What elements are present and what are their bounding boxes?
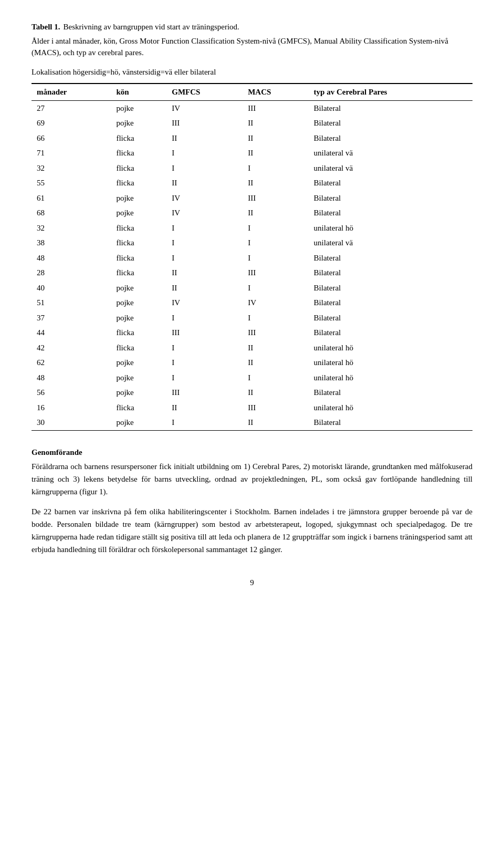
table-cell: 16 <box>32 400 111 415</box>
table-col-header: GMFCS <box>166 84 243 100</box>
table-row: 66flickaIIIIBilateral <box>32 131 472 146</box>
table-cell: flicka <box>111 340 166 356</box>
table-col-header: kön <box>111 84 166 100</box>
genomforande-paragraph: Föräldrarna och barnens resurspersoner f… <box>32 460 472 498</box>
table-cell: III <box>243 265 308 280</box>
table-cell: 30 <box>32 415 111 430</box>
table-cell: I <box>243 310 308 326</box>
table-cell: I <box>243 280 308 296</box>
table-cell: I <box>166 146 243 161</box>
table-cell: II <box>166 280 243 296</box>
table-row: 56pojkeIIIIIBilateral <box>32 385 472 400</box>
table-row: 61pojkeIVIIIBilateral <box>32 191 472 206</box>
table-cell: I <box>166 161 243 176</box>
table-row: 71flickaIIIunilateral vä <box>32 146 472 161</box>
table-cell: unilateral hö <box>309 370 472 386</box>
table-cell: II <box>243 355 308 370</box>
table-cell: II <box>243 146 308 161</box>
table-cell: flicka <box>111 146 166 161</box>
table-cell: 69 <box>32 116 111 131</box>
table-cell: 62 <box>32 355 111 370</box>
table-cell: I <box>243 235 308 251</box>
table-cell: flicka <box>111 235 166 251</box>
table-cell: 68 <box>32 205 111 221</box>
table-cell: 40 <box>32 280 111 296</box>
table-cell: I <box>166 310 243 326</box>
table-cell: pojke <box>111 310 166 326</box>
table-cell: unilateral hö <box>309 340 472 356</box>
table-cell: flicka <box>111 325 166 340</box>
table-cell: III <box>243 400 308 415</box>
table-row: 42flickaIIIunilateral hö <box>32 340 472 356</box>
table-cell: I <box>166 415 243 430</box>
table-cell: II <box>243 116 308 131</box>
table-cell: 48 <box>32 370 111 386</box>
table-cell: 37 <box>32 310 111 326</box>
table-cell: IV <box>243 295 308 310</box>
table-cell: 44 <box>32 325 111 340</box>
table-cell: flicka <box>111 251 166 266</box>
table-cell: 61 <box>32 191 111 206</box>
table-cell: pojke <box>111 205 166 221</box>
table-cell: Bilateral <box>309 310 472 326</box>
page-number: 9 <box>32 577 472 589</box>
table-cell: I <box>243 370 308 386</box>
table-cell: pojke <box>111 295 166 310</box>
paragraph2: De 22 barnen var inskrivna på fem olika … <box>32 505 472 556</box>
table-cell: pojke <box>111 355 166 370</box>
table-cell: pojke <box>111 385 166 400</box>
table-cell: unilateral vä <box>309 146 472 161</box>
table-cell: flicka <box>111 161 166 176</box>
table-row: 32flickaIIunilateral vä <box>32 161 472 176</box>
table-body: 27pojkeIVIIIBilateral69pojkeIIIIIBilater… <box>32 100 472 430</box>
table-cell: Bilateral <box>309 191 472 206</box>
table-cell: Bilateral <box>309 295 472 310</box>
table-cell: Bilateral <box>309 265 472 280</box>
table-cell: I <box>243 251 308 266</box>
table-row: 48pojkeIIunilateral hö <box>32 370 472 386</box>
table-cell: II <box>243 385 308 400</box>
table-cell: Bilateral <box>309 131 472 146</box>
table-cell: II <box>166 265 243 280</box>
table-cell: I <box>166 235 243 251</box>
table-row: 37pojkeIIBilateral <box>32 310 472 326</box>
table-cell: III <box>243 325 308 340</box>
table-cell: II <box>243 175 308 191</box>
table-cell: flicka <box>111 265 166 280</box>
table-cell: Bilateral <box>309 116 472 131</box>
table-cell: II <box>243 131 308 146</box>
table-cell: 51 <box>32 295 111 310</box>
table-cell: I <box>166 340 243 356</box>
table-intro: Lokalisation högersidig=hö, vänstersidig… <box>32 66 472 78</box>
table-row: 38flickaIIunilateral vä <box>32 235 472 251</box>
table-cell: III <box>166 385 243 400</box>
table-cell: 42 <box>32 340 111 356</box>
table-cell: IV <box>166 100 243 116</box>
table-cell: III <box>166 325 243 340</box>
table-cell: 38 <box>32 235 111 251</box>
table-row: 55flickaIIIIBilateral <box>32 175 472 191</box>
table-cell: pojke <box>111 100 166 116</box>
table-row: 27pojkeIVIIIBilateral <box>32 100 472 116</box>
table-cell: 55 <box>32 175 111 191</box>
table-cell: Bilateral <box>309 251 472 266</box>
table-cell: flicka <box>111 221 166 236</box>
table-cell: unilateral vä <box>309 235 472 251</box>
table-col-header: månader <box>32 84 111 100</box>
table-cell: unilateral hö <box>309 355 472 370</box>
table-row: 32flickaIIunilateral hö <box>32 221 472 236</box>
table-cell: 27 <box>32 100 111 116</box>
table-title-label: Tabell 1. <box>32 21 60 33</box>
table-row: 51pojkeIVIVBilateral <box>32 295 472 310</box>
table-cell: III <box>243 191 308 206</box>
table-row: 44flickaIIIIIIBilateral <box>32 325 472 340</box>
table-cell: I <box>166 221 243 236</box>
table-row: 28flickaIIIIIBilateral <box>32 265 472 280</box>
table-title-desc: Beskrivning av barngruppen vid start av … <box>63 21 239 33</box>
table-cell: Bilateral <box>309 280 472 296</box>
table-cell: IV <box>166 205 243 221</box>
table-cell: Bilateral <box>309 175 472 191</box>
table-cell: II <box>166 400 243 415</box>
table-subtitle: Ålder i antal månader, kön, Gross Motor … <box>32 35 472 59</box>
table-cell: I <box>166 251 243 266</box>
